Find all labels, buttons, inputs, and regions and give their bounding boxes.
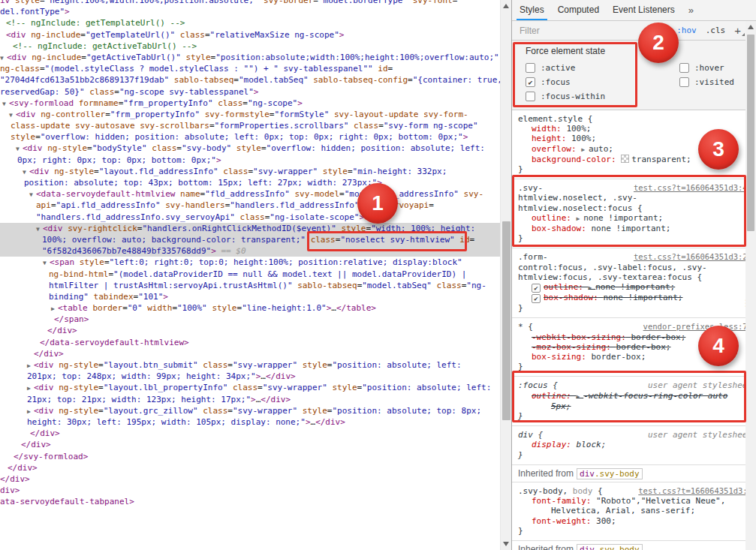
expand-arrow-closed-icon[interactable]: ▶: [27, 360, 34, 371]
dom-tree-row[interactable]: "2704d4fcd613a51bb2c8689137f19dab" sablo…: [0, 74, 500, 86]
dom-tree-row[interactable]: height: 30px; left: 195px; width: 105px;…: [0, 416, 500, 428]
expand-arrow-closed-icon[interactable]: ▶: [27, 383, 34, 394]
property-checkbox-checked-icon[interactable]: ✔: [532, 284, 541, 293]
dom-tree-row[interactable]: </div>: [0, 473, 500, 485]
stylesheet-link[interactable]: test.css?t=166064351d3:3: [638, 486, 752, 496]
dom-tree-row[interactable]: api="api.fld_addressInfo" svy-handlers="…: [0, 200, 500, 211]
css-property-font-family[interactable]: font-family: "Roboto","Helvetica Neue",: [518, 496, 752, 506]
element-classes-button[interactable]: .cls: [706, 26, 726, 35]
dom-tree-row[interactable]: htmlFilter | trustAsHtml:servoyApi.trust…: [0, 280, 500, 291]
rule-selector[interactable]: control:focus, .svy-label:focus, .svy-: [518, 263, 752, 272]
expand-arrow-open-icon[interactable]: ▼: [2, 98, 9, 110]
dom-tree-row[interactable]: </div>: [0, 325, 500, 336]
inherited-node-link[interactable]: div.svy-body: [577, 468, 642, 479]
rule-selector[interactable]: element.style {: [518, 114, 752, 124]
force-state-option-hover[interactable]: :hover: [679, 61, 756, 75]
dom-tree-row[interactable]: ▶<table border="0" width="100%" style="l…: [0, 302, 500, 314]
dom-tree-row[interactable]: ata-servoydefault-tabpanel>: [0, 496, 500, 507]
dom-tree-row[interactable]: ▼<svy-formload formname="frm_propertyInf…: [0, 98, 500, 109]
css-property-font-weight[interactable]: font-weight: 300;: [518, 516, 752, 526]
dom-tree-row[interactable]: reservedGap: 50}" class="ng-scope svy-ta…: [0, 86, 500, 98]
expand-arrow-open-icon[interactable]: ▼: [23, 167, 29, 178]
expand-arrow-open-icon[interactable]: ▼: [16, 143, 23, 155]
dom-tree-row[interactable]: div>: [0, 485, 500, 496]
dom-tree-row[interactable]: ▶<div ng-style="layout.btn_submit" class…: [0, 359, 500, 371]
dom-tree-row[interactable]: binding" tabindex="101">: [0, 291, 500, 302]
rule-selector[interactable]: .form-test.css?t=166064351d3:23: [518, 252, 752, 262]
inherited-node-link[interactable]: div.svy-body: [577, 544, 642, 550]
expand-value-icon[interactable]: ▶: [581, 146, 589, 153]
dom-tree-row[interactable]: 21px; top: 21px; width: 123px; height: 1…: [0, 394, 500, 405]
dom-tree-row[interactable]: <!-- ngInclude: getActiveTabUrl() -->: [0, 41, 500, 52]
dom-tree-row[interactable]: </svy-formload>: [0, 451, 500, 462]
dom-tree-row[interactable]: ▼<data-servoydefault-htmlview name="fld_…: [0, 188, 500, 200]
expand-arrow-open-icon[interactable]: ▼: [43, 257, 50, 269]
tab-event-listeners[interactable]: Event Listeners: [613, 0, 675, 20]
dom-tree-row[interactable]: style="overflow: hidden; position: absol…: [0, 131, 500, 143]
expand-arrow-open-icon[interactable]: ▼: [36, 224, 43, 235]
dom-tree-row[interactable]: </span>: [0, 314, 500, 325]
dom-tree-row[interactable]: position: absolute; top: 43px; bottom: 1…: [0, 177, 500, 188]
styles-filter-bar: Filter :hov .cls +: [512, 21, 756, 41]
dom-tree-row[interactable]: iv style="height:100%;width:100%;positio…: [0, 0, 500, 6]
checkbox-unchecked-icon[interactable]: [679, 77, 689, 87]
expand-arrow-open-icon[interactable]: ▼: [0, 53, 7, 64]
force-state-label: :visited: [694, 77, 734, 87]
expand-arrow-closed-icon[interactable]: ▶: [27, 406, 34, 417]
filter-input[interactable]: Filter: [520, 26, 540, 36]
dom-tree-row[interactable]: 0px; right: 0px; top: 0px; bottom: 0px;"…: [0, 155, 500, 166]
force-state-label: :hover: [694, 63, 724, 73]
dom-tree-row[interactable]: 201px; top: 248px; width: 99px; height: …: [0, 371, 500, 382]
dom-tree-row[interactable]: ▼<div ng-include="getActiveTabUrl()" sty…: [0, 52, 500, 63]
dom-tree-row[interactable]: ng-class="(model.styleClass ? model.styl…: [0, 63, 500, 74]
rule-selector[interactable]: div {user agent stylesheet: [518, 430, 752, 440]
dom-tree-row[interactable]: ▼<div ng-controller="frm_propertyInfo" s…: [0, 109, 500, 120]
dom-tree-row[interactable]: ▶<div ng-style="layout.lbl_propertyInfo"…: [0, 382, 500, 393]
dom-tree-row[interactable]: ▼<div ng-style="layout.fld_addressInfo" …: [0, 166, 500, 177]
tab-computed[interactable]: Computed: [558, 0, 599, 20]
color-swatch-transparent-icon[interactable]: [621, 155, 629, 163]
expand-arrow-open-icon[interactable]: ▼: [29, 189, 36, 200]
dom-tree-row[interactable]: </div>: [0, 439, 500, 450]
dom-tree-row[interactable]: ng-bind-html="(model.dataProviderID == n…: [0, 269, 500, 280]
scrollbar-thumb[interactable]: [747, 35, 754, 231]
css-property-outline[interactable]: ✔outline: ▶ none !important;: [518, 282, 752, 293]
dom-tree-row[interactable]: </div>: [0, 348, 500, 359]
dom-tree-row[interactable]: ▼<span style="left:0; right:0; top:0; he…: [0, 257, 500, 268]
expand-arrow-closed-icon[interactable]: ▶: [51, 303, 58, 314]
rule-selector[interactable]: .svy-body, body {test.css?t=166064351d3:…: [518, 486, 752, 496]
dom-tree-row[interactable]: <div ng-include="getTemplateUrl()" class…: [0, 29, 500, 41]
dom-tree-row[interactable]: "handlers.fld_addressInfo.svy_servoyApi"…: [0, 212, 500, 223]
rule-selector[interactable]: htmlview:focus, .svy-textarea:focus {: [518, 272, 752, 282]
scroll-up-icon[interactable]: [503, 4, 509, 8]
scroll-up-icon[interactable]: [748, 25, 754, 29]
new-style-rule-button[interactable]: +: [734, 24, 745, 37]
dom-tree-row[interactable]: class-update svy-autosave svy-scrollbars…: [0, 120, 500, 131]
scroll-down-icon[interactable]: [503, 542, 509, 546]
css-property-box-shadow[interactable]: ✔box-shadow: none !important;: [518, 293, 752, 303]
css-property-display[interactable]: display: block;: [518, 440, 752, 449]
dom-tree-row[interactable]: <!-- ngInclude: getTemplateUrl() -->: [0, 17, 500, 29]
dom-tree-row[interactable]: del.fontType">: [0, 6, 500, 17]
stylesheet-link[interactable]: vendor-prefixes.less:77: [643, 322, 752, 332]
dom-tree-row[interactable]: </div>: [0, 428, 500, 439]
styles-scrollbar[interactable]: [745, 21, 756, 550]
css-rule-svy-body-font: .svy-body, body {test.css?t=166064351d3:…: [512, 482, 756, 541]
more-tabs-icon[interactable]: »: [688, 5, 694, 16]
force-state-option-visited[interactable]: :visited: [679, 75, 756, 89]
property-checkbox-checked-icon[interactable]: ✔: [532, 294, 541, 303]
scrollbar-thumb[interactable]: [502, 221, 511, 420]
stylesheet-link[interactable]: test.css?t=166064351d3:23: [634, 252, 752, 262]
toggle-element-state-button[interactable]: :hov: [676, 26, 697, 35]
expand-value-icon[interactable]: ▶: [589, 284, 596, 291]
dom-tree-row[interactable]: </data-servoydefault-htmlview>: [0, 337, 500, 348]
expand-arrow-open-icon[interactable]: ▼: [9, 110, 16, 121]
elements-panel: iv style="height:100%;width:100%;positio…: [0, 0, 500, 550]
dom-tree-row[interactable]: </div>: [0, 462, 500, 473]
elements-scrollbar[interactable]: [500, 0, 512, 550]
annotation-box-force-state: [513, 42, 637, 107]
checkbox-unchecked-icon[interactable]: [679, 63, 689, 73]
dom-tree-row[interactable]: ▶<div ng-style="layout.grc_zillow" class…: [0, 405, 500, 416]
dom-tree-row[interactable]: ▼<div ng-style="bodyStyle" class="svy-bo…: [0, 143, 500, 154]
tab-styles[interactable]: Styles: [520, 0, 544, 20]
